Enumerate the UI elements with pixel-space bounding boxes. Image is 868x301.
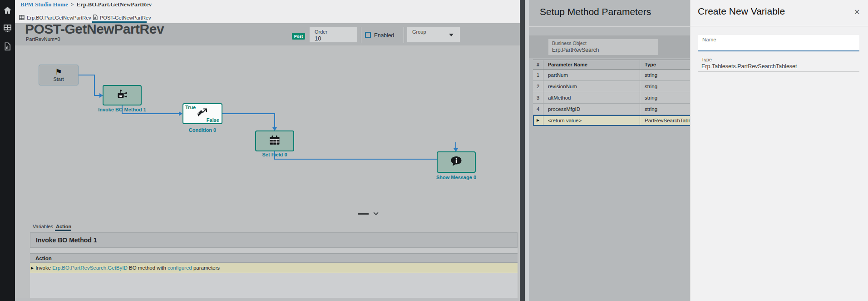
- variable-type-field: Type Erp.Tablesets.PartRevSearchTableset: [698, 54, 859, 72]
- breadcrumb-current: Erp.BO.Part.GetNewPartRev: [77, 1, 152, 8]
- grid-icon: [19, 15, 25, 21]
- home-icon[interactable]: [0, 4, 15, 16]
- parameter-name: altMethod: [543, 92, 640, 103]
- tab-action[interactable]: Action: [56, 224, 71, 229]
- panel-gutter: [525, 0, 529, 301]
- order-value: 10: [315, 35, 321, 42]
- breadcrumb-home-link[interactable]: BPM Studio Home: [20, 1, 68, 8]
- row-num: 4: [533, 104, 543, 115]
- divider: [690, 26, 868, 26]
- calendar-icon: [269, 135, 280, 147]
- business-object-band: Business Object Erp.PartRevSearch: [529, 35, 690, 58]
- active-tab-underline: [92, 21, 147, 23]
- enabled-label: Enabled: [374, 32, 394, 39]
- chevron-down-icon: [449, 34, 454, 36]
- parameter-type: string: [640, 70, 690, 80]
- business-object-label: Business Object: [552, 40, 587, 46]
- parameter-name: partNum: [543, 70, 640, 80]
- page-subtitle: PartRevNum=0: [26, 36, 60, 42]
- flow-node-set-field[interactable]: [255, 130, 294, 151]
- panel-splitter-handle[interactable]: [358, 211, 383, 217]
- action-link-configured[interactable]: configured: [168, 265, 192, 271]
- panel-title: Create New Variable: [698, 6, 785, 17]
- row-num: 3: [533, 92, 543, 103]
- table-row[interactable]: 2 revisionNum string: [533, 81, 690, 92]
- table-row-return-value-selected[interactable]: ▶ <return value> PartRevSearchTableset: [533, 115, 690, 126]
- group-label: Group: [412, 29, 426, 35]
- type-value: Erp.Tablesets.PartRevSearchTableset: [701, 63, 797, 70]
- message-bubble-icon: [450, 156, 462, 169]
- page-title: POST-GetNewPartRev: [25, 21, 164, 37]
- vertical-scrollbar[interactable]: [520, 0, 525, 301]
- selected-row-marker-icon: ▶: [533, 115, 543, 125]
- condition-false-label: False: [207, 117, 219, 123]
- workflow-header: POST-GetNewPartRev PartRevNum=0 Post Ord…: [15, 23, 520, 45]
- app-sidebar: [0, 0, 15, 301]
- table-header-row: # Parameter Name Type: [533, 60, 690, 70]
- order-label: Order: [315, 29, 327, 35]
- node-label: Set Field 0: [238, 152, 311, 157]
- table-row[interactable]: 1 partNum string: [533, 70, 690, 81]
- table-row[interactable]: 3 altMethod string: [533, 92, 690, 104]
- column-header-num: #: [533, 60, 543, 69]
- node-label: Start: [53, 76, 64, 82]
- post-method-badge: Post: [292, 33, 305, 40]
- group-dropdown[interactable]: Group: [407, 27, 460, 42]
- enabled-checkbox[interactable]: [365, 32, 371, 38]
- node-label: Show Message 0: [420, 175, 493, 180]
- tab-label: POST-GetNewPartRev: [100, 15, 151, 20]
- tab-erp-bo-part-getnewpartrev[interactable]: Erp.BO.Part.GetNewPartRev: [19, 13, 91, 23]
- document-tabbar: Erp.BO.Part.GetNewPartRev POST-GetNewPar…: [15, 9, 520, 23]
- node-label: Condition 0: [166, 127, 239, 133]
- parameter-type: string: [640, 81, 690, 92]
- type-label: Type: [701, 57, 712, 62]
- panel-gap: [30, 248, 518, 253]
- business-object-value: Erp.PartRevSearch: [552, 47, 599, 53]
- robot-icon: [116, 89, 128, 102]
- parameter-name: processMfgID: [543, 104, 640, 115]
- chevron-down-icon: [373, 210, 378, 215]
- parameter-type: string: [640, 104, 690, 115]
- create-new-variable-panel: Create New Variable ✕ Type Erp.Tablesets…: [690, 0, 868, 301]
- column-header-type: Type: [640, 60, 690, 69]
- parameter-name: <return value>: [543, 115, 640, 125]
- document-report-icon[interactable]: [0, 40, 15, 53]
- toolbar-separator: [404, 27, 404, 43]
- action-row[interactable]: ▶ Invoke Erp.BO.PartRevSearch.GetByID BO…: [30, 263, 518, 273]
- parameter-type: PartRevSearchTableset: [640, 115, 690, 125]
- variable-name-input[interactable]: [698, 35, 859, 51]
- flag-icon: ⚑: [55, 68, 62, 76]
- condition-true-label: True: [185, 105, 196, 110]
- row-num: 1: [533, 70, 543, 80]
- row-marker-icon: ▶: [31, 266, 34, 270]
- toolbar-separator: [361, 27, 361, 43]
- flow-node-invoke-bo-method[interactable]: [103, 85, 142, 105]
- active-tab-underline: [55, 230, 71, 231]
- order-field[interactable]: Order 10: [310, 27, 357, 42]
- flow-node-condition[interactable]: True False: [182, 103, 222, 124]
- flow-node-show-message[interactable]: [437, 151, 476, 173]
- tab-variables[interactable]: Variables: [33, 224, 53, 229]
- divider: [529, 26, 690, 27]
- action-text-middle: BO method with: [128, 265, 168, 271]
- flow-node-start[interactable]: ⚑ Start: [39, 65, 79, 85]
- grid-menu-icon[interactable]: [0, 22, 15, 35]
- setup-method-parameters-panel: Setup Method Parameters Business Object …: [529, 0, 690, 301]
- document-icon: [93, 15, 98, 21]
- panel-title: Setup Method Parameters: [540, 6, 651, 17]
- action-panel-title: Invoke BO Method 1: [30, 232, 518, 248]
- panel-empty-area: [30, 273, 518, 298]
- node-label: Invoke BO Method 1: [86, 107, 158, 112]
- action-text-prefix: Invoke: [35, 265, 52, 271]
- action-link-bo-method[interactable]: Erp.BO.PartRevSearch.GetByID: [52, 265, 128, 271]
- bottom-strip: [15, 298, 520, 301]
- action-text-suffix: parameters: [192, 265, 220, 271]
- workflow-canvas[interactable]: ⚑ Start Invoke BO Method 1 True False Co…: [15, 45, 520, 217]
- parameter-type: string: [640, 92, 690, 103]
- close-icon[interactable]: ✕: [854, 9, 860, 16]
- table-row[interactable]: 4 processMfgID string: [533, 104, 690, 115]
- parameter-name: revisionNum: [543, 81, 640, 92]
- breadcrumb: BPM Studio Home > Erp.BO.Part.GetNewPart…: [15, 0, 520, 9]
- tab-label: Erp.BO.Part.GetNewPartRev: [27, 15, 91, 20]
- splitter-dash-icon: [358, 213, 369, 215]
